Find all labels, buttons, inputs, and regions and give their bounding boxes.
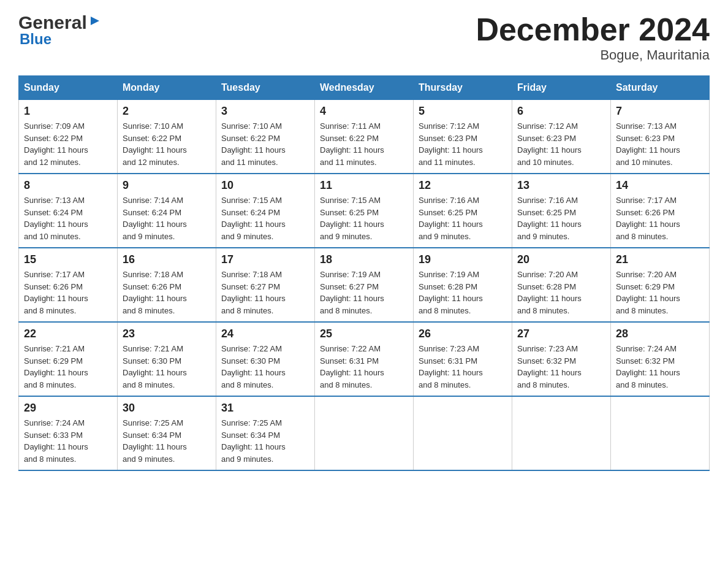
- calendar-table: SundayMondayTuesdayWednesdayThursdayFrid…: [18, 75, 710, 471]
- day-info: Sunrise: 7:13 AMSunset: 6:24 PMDaylight:…: [24, 196, 88, 241]
- day-info: Sunrise: 7:14 AMSunset: 6:24 PMDaylight:…: [123, 196, 187, 241]
- day-number: 15: [24, 253, 112, 266]
- calendar-cell-week2-day1: 9 Sunrise: 7:14 AMSunset: 6:24 PMDayligh…: [118, 174, 216, 248]
- calendar-cell-week3-day5: 20 Sunrise: 7:20 AMSunset: 6:28 PMDaylig…: [512, 248, 611, 322]
- day-info: Sunrise: 7:19 AMSunset: 6:28 PMDaylight:…: [419, 270, 483, 315]
- week-row-1: 1 Sunrise: 7:09 AMSunset: 6:22 PMDayligh…: [19, 100, 710, 174]
- day-info: Sunrise: 7:17 AMSunset: 6:26 PMDaylight:…: [616, 196, 680, 241]
- weekday-header-saturday: Saturday: [611, 76, 710, 100]
- day-info: Sunrise: 7:10 AMSunset: 6:22 PMDaylight:…: [123, 121, 187, 167]
- weekday-header-thursday: Thursday: [414, 76, 512, 100]
- logo-general-text: General: [18, 12, 87, 33]
- day-number: 25: [320, 327, 408, 340]
- day-info: Sunrise: 7:09 AMSunset: 6:22 PMDaylight:…: [24, 121, 88, 167]
- day-number: 17: [221, 253, 309, 266]
- day-info: Sunrise: 7:11 AMSunset: 6:22 PMDaylight:…: [320, 121, 384, 167]
- calendar-cell-week3-day6: 21 Sunrise: 7:20 AMSunset: 6:29 PMDaylig…: [611, 248, 710, 322]
- calendar-cell-week4-day5: 27 Sunrise: 7:23 AMSunset: 6:32 PMDaylig…: [512, 322, 611, 396]
- calendar-cell-week1-day2: 3 Sunrise: 7:10 AMSunset: 6:22 PMDayligh…: [216, 100, 315, 174]
- day-number: 14: [616, 179, 704, 192]
- week-row-5: 29 Sunrise: 7:24 AMSunset: 6:33 PMDaylig…: [19, 396, 710, 470]
- day-info: Sunrise: 7:20 AMSunset: 6:29 PMDaylight:…: [616, 270, 680, 315]
- week-row-4: 22 Sunrise: 7:21 AMSunset: 6:29 PMDaylig…: [19, 322, 710, 396]
- day-info: Sunrise: 7:24 AMSunset: 6:33 PMDaylight:…: [24, 418, 88, 464]
- day-number: 31: [221, 402, 309, 415]
- day-number: 23: [123, 327, 211, 340]
- calendar-cell-week3-day0: 15 Sunrise: 7:17 AMSunset: 6:26 PMDaylig…: [19, 248, 118, 322]
- calendar-cell-week3-day2: 17 Sunrise: 7:18 AMSunset: 6:27 PMDaylig…: [216, 248, 315, 322]
- day-number: 2: [123, 105, 211, 118]
- day-number: 12: [419, 179, 507, 192]
- day-number: 22: [24, 327, 112, 340]
- calendar-cell-week1-day5: 6 Sunrise: 7:12 AMSunset: 6:23 PMDayligh…: [512, 100, 611, 174]
- day-info: Sunrise: 7:22 AMSunset: 6:30 PMDaylight:…: [221, 344, 286, 389]
- calendar-cell-week2-day4: 12 Sunrise: 7:16 AMSunset: 6:25 PMDaylig…: [414, 174, 512, 248]
- day-number: 18: [320, 253, 408, 266]
- calendar-cell-week4-day4: 26 Sunrise: 7:23 AMSunset: 6:31 PMDaylig…: [414, 322, 512, 396]
- day-number: 5: [419, 105, 507, 118]
- calendar-cell-week2-day2: 10 Sunrise: 7:15 AMSunset: 6:24 PMDaylig…: [216, 174, 315, 248]
- calendar-cell-week3-day3: 18 Sunrise: 7:19 AMSunset: 6:27 PMDaylig…: [315, 248, 414, 322]
- day-number: 13: [517, 179, 605, 192]
- calendar-cell-week1-day0: 1 Sunrise: 7:09 AMSunset: 6:22 PMDayligh…: [19, 100, 118, 174]
- calendar-cell-week4-day0: 22 Sunrise: 7:21 AMSunset: 6:29 PMDaylig…: [19, 322, 118, 396]
- calendar-cell-week2-day0: 8 Sunrise: 7:13 AMSunset: 6:24 PMDayligh…: [19, 174, 118, 248]
- day-number: 27: [517, 327, 605, 340]
- logo-blue-text: Blue: [20, 31, 51, 48]
- weekday-header-monday: Monday: [118, 76, 216, 100]
- day-info: Sunrise: 7:15 AMSunset: 6:24 PMDaylight:…: [221, 196, 286, 241]
- weekday-header-wednesday: Wednesday: [315, 76, 414, 100]
- day-info: Sunrise: 7:17 AMSunset: 6:26 PMDaylight:…: [24, 270, 88, 315]
- day-number: 9: [123, 179, 211, 192]
- calendar-cell-week2-day3: 11 Sunrise: 7:15 AMSunset: 6:25 PMDaylig…: [315, 174, 414, 248]
- calendar-cell-week5-day5: [512, 396, 611, 470]
- day-number: 26: [419, 327, 507, 340]
- day-info: Sunrise: 7:13 AMSunset: 6:23 PMDaylight:…: [616, 121, 680, 167]
- calendar-cell-week4-day2: 24 Sunrise: 7:22 AMSunset: 6:30 PMDaylig…: [216, 322, 315, 396]
- day-info: Sunrise: 7:25 AMSunset: 6:34 PMDaylight:…: [221, 418, 286, 464]
- day-info: Sunrise: 7:18 AMSunset: 6:27 PMDaylight:…: [221, 270, 286, 315]
- calendar-cell-week5-day3: [315, 396, 414, 470]
- calendar-cell-week5-day2: 31 Sunrise: 7:25 AMSunset: 6:34 PMDaylig…: [216, 396, 315, 470]
- day-info: Sunrise: 7:21 AMSunset: 6:30 PMDaylight:…: [123, 344, 187, 389]
- calendar-cell-week5-day0: 29 Sunrise: 7:24 AMSunset: 6:33 PMDaylig…: [19, 396, 118, 470]
- day-info: Sunrise: 7:12 AMSunset: 6:23 PMDaylight:…: [419, 121, 483, 167]
- day-number: 3: [221, 105, 309, 118]
- logo: General Blue: [18, 12, 102, 48]
- calendar-cell-week4-day1: 23 Sunrise: 7:21 AMSunset: 6:30 PMDaylig…: [118, 322, 216, 396]
- calendar-cell-week4-day3: 25 Sunrise: 7:22 AMSunset: 6:31 PMDaylig…: [315, 322, 414, 396]
- day-number: 16: [123, 253, 211, 266]
- calendar-cell-week3-day4: 19 Sunrise: 7:19 AMSunset: 6:28 PMDaylig…: [414, 248, 512, 322]
- day-number: 19: [419, 253, 507, 266]
- week-row-2: 8 Sunrise: 7:13 AMSunset: 6:24 PMDayligh…: [19, 174, 710, 248]
- title-area: December 2024 Bogue, Mauritania: [476, 12, 710, 63]
- day-number: 20: [517, 253, 605, 266]
- page-header: General Blue December 2024 Bogue, Maurit…: [18, 12, 710, 63]
- day-number: 4: [320, 105, 408, 118]
- weekday-header-tuesday: Tuesday: [216, 76, 315, 100]
- day-info: Sunrise: 7:15 AMSunset: 6:25 PMDaylight:…: [320, 196, 384, 241]
- day-info: Sunrise: 7:19 AMSunset: 6:27 PMDaylight:…: [320, 270, 384, 315]
- day-number: 10: [221, 179, 309, 192]
- calendar-cell-week1-day1: 2 Sunrise: 7:10 AMSunset: 6:22 PMDayligh…: [118, 100, 216, 174]
- day-number: 21: [616, 253, 704, 266]
- logo-arrow-icon: [88, 14, 102, 30]
- calendar-cell-week4-day6: 28 Sunrise: 7:24 AMSunset: 6:32 PMDaylig…: [611, 322, 710, 396]
- svg-marker-0: [91, 17, 99, 25]
- week-row-3: 15 Sunrise: 7:17 AMSunset: 6:26 PMDaylig…: [19, 248, 710, 322]
- weekday-header-friday: Friday: [512, 76, 611, 100]
- day-number: 7: [616, 105, 704, 118]
- day-info: Sunrise: 7:16 AMSunset: 6:25 PMDaylight:…: [419, 196, 483, 241]
- day-info: Sunrise: 7:24 AMSunset: 6:32 PMDaylight:…: [616, 344, 680, 389]
- day-info: Sunrise: 7:18 AMSunset: 6:26 PMDaylight:…: [123, 270, 187, 315]
- day-info: Sunrise: 7:22 AMSunset: 6:31 PMDaylight:…: [320, 344, 384, 389]
- day-number: 6: [517, 105, 605, 118]
- day-info: Sunrise: 7:23 AMSunset: 6:32 PMDaylight:…: [517, 344, 582, 389]
- location-subtitle: Bogue, Mauritania: [476, 47, 710, 63]
- calendar-cell-week3-day1: 16 Sunrise: 7:18 AMSunset: 6:26 PMDaylig…: [118, 248, 216, 322]
- day-info: Sunrise: 7:20 AMSunset: 6:28 PMDaylight:…: [517, 270, 582, 315]
- calendar-cell-week5-day4: [414, 396, 512, 470]
- calendar-cell-week1-day4: 5 Sunrise: 7:12 AMSunset: 6:23 PMDayligh…: [414, 100, 512, 174]
- day-number: 1: [24, 105, 112, 118]
- day-number: 29: [24, 402, 112, 415]
